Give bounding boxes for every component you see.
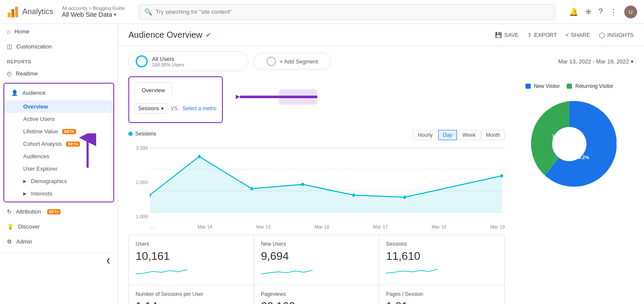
chart-y-labels: 3,000 2,000 1,000 [128,144,148,221]
sessions-legend: Sessions [128,131,156,137]
chart-x-labels: ... Mar 14 Mar 15 Mar 16 Mar 17 Mar 18 M… [150,223,505,229]
overview-tab-box: Overview Sessions ▾ VS. Select a metric [128,76,223,123]
select-metric-link[interactable]: Select a metric [182,105,216,111]
analytics-logo-icon [7,6,19,18]
sparkline-users [136,265,187,277]
sidebar-item-home[interactable]: ⌂ Home [0,24,118,39]
svg-point-15 [352,193,355,197]
new-visitor-legend-color [526,84,531,89]
sidebar-item-discover[interactable]: 💡 Discover [0,219,118,234]
metric-select-dropdown[interactable]: Sessions ▾ [134,103,167,114]
share-icon: < [565,32,569,38]
metric-cards: Users 10,161 New Users 9,694 [128,235,505,304]
search-bar[interactable]: 🔍 [139,4,555,20]
chart-container: 3,000 2,000 1,000 [128,144,505,229]
tab-overview[interactable]: Overview [134,82,172,98]
sidebar-item-admin[interactable]: ⚙ Admin [0,234,118,249]
toggle-hourly[interactable]: Hourly [413,130,437,140]
svg-point-17 [501,174,503,178]
header-actions: 💾 SAVE ⇧ EXPORT < SHARE ◯ INSIGHTS [495,32,634,38]
sidebar-item-customization[interactable]: ◫ Customization [0,39,118,54]
chart-column: Overview Sessions ▾ VS. Select a metric [128,76,505,304]
breadcrumb-dropdown-icon[interactable]: ▾ [114,12,116,18]
demographics-expand-icon: ▶ [23,179,27,184]
add-segment-circle [267,57,276,66]
overview-section: Overview Sessions ▾ VS. Select a metric [118,76,644,304]
sidebar-item-audience[interactable]: 👤 Audience [4,85,113,100]
svg-point-14 [301,183,304,186]
sidebar-item-overview[interactable]: Overview [4,100,113,113]
breadcrumb-bottom[interactable]: All Web Site Data ▾ [62,11,125,18]
view-toggles: Hourly Day Week Month [413,130,505,140]
right-panel: New Visitor Returning Visitor [505,76,634,198]
insights-icon: ◯ [599,32,605,38]
avatar[interactable]: U [624,6,637,18]
search-input[interactable] [156,9,550,15]
interests-expand-icon: ▶ [23,191,27,196]
sidebar-item-realtime[interactable]: ◴ Realtime [0,66,118,81]
sessions-legend-dot [128,132,133,136]
legend-returning-visitor: Returning Visitor [567,83,614,89]
sparkline-sessions [386,265,437,277]
cohort-annotation-area: Cohort Analysis BETA [4,138,113,150]
toggle-day[interactable]: Day [438,130,457,140]
sidebar-item-demographics[interactable]: ▶ Demographics [4,175,113,187]
sidebar-item-active-users[interactable]: Active Users [4,113,113,125]
svg-rect-2 [15,6,18,17]
svg-rect-0 [8,12,11,17]
topbar: Analytics All accounts > Blogging Guide … [0,0,644,24]
svg-text:89.2%: 89.2% [576,155,589,160]
beta-badge-lifetime: BETA [62,129,76,134]
metric-card-sessions-per-user: Number of Sessions per User 1.14 [129,285,254,304]
metric-dropdown-icon: ▾ [161,105,164,111]
svg-point-13 [250,187,253,190]
add-segment-button[interactable]: + Add Segment [254,53,331,70]
audience-icon: 👤 [11,90,18,96]
more-icon[interactable]: ⋮ [610,7,617,17]
breadcrumb-top: All accounts > Blogging Guide [62,6,125,11]
overview-tabs: Overview [134,82,217,97]
insights-button[interactable]: ◯ INSIGHTS [599,32,634,38]
notification-icon[interactable]: 🔔 [569,7,578,17]
verified-icon: ✔ [206,31,211,39]
chart-svg [150,144,505,221]
share-button[interactable]: < SHARE [565,32,590,38]
metric-card-new-users: New Users 9,694 [254,235,380,285]
save-button[interactable]: 💾 SAVE [495,32,519,38]
toggle-month[interactable]: Month [481,130,505,140]
returning-visitor-legend-color [567,84,572,89]
reports-section-label: REPORTS [0,54,118,66]
apps-icon[interactable]: ⁜ [585,7,592,17]
export-button[interactable]: ⇧ EXPORT [527,32,557,38]
page-title: Audience Overview [128,30,202,40]
legend-new-visitor: New Visitor [526,83,560,89]
export-icon: ⇧ [527,32,532,38]
sidebar: ⌂ Home ◫ Customization REPORTS ◴ Realtim… [0,24,118,304]
metric-card-sessions: Sessions 11,610 [379,235,504,285]
tab-controls: Sessions ▾ VS. Select a metric [134,101,217,117]
main-content: Audience Overview ✔ 💾 SAVE ⇧ EXPORT < SH… [118,24,644,304]
chart-area: 3,000 2,000 1,000 [128,144,505,221]
admin-icon: ⚙ [7,238,12,245]
segment-bar: All Users 100.00% Users + Add Segment Ma… [118,46,644,76]
date-range-picker[interactable]: Mar 13, 2022 - Mar 19, 2022 ▾ [558,58,634,65]
topbar-icons: 🔔 ⁜ ? ⋮ U [569,6,637,18]
breadcrumb-area: All accounts > Blogging Guide All Web Si… [62,6,125,18]
sidebar-item-attribution[interactable]: ↻ Attribution BETA [0,204,118,219]
app-name: Analytics [22,7,53,16]
save-icon: 💾 [495,32,502,38]
help-icon[interactable]: ? [598,7,603,16]
discover-icon: 💡 [7,223,14,230]
sidebar-item-interests[interactable]: ▶ Interests [4,187,113,200]
sidebar-collapse[interactable]: ❮ [0,253,118,268]
overview-main-area: Overview Sessions ▾ VS. Select a metric [128,76,634,304]
search-icon: 🔍 [144,8,152,16]
collapse-icon: ❮ [106,257,111,264]
home-icon: ⌂ [7,28,10,35]
pie-chart: 89.2% 10.8% [522,97,617,191]
toggle-week[interactable]: Week [458,130,480,140]
all-users-segment[interactable]: All Users 100.00% Users [128,51,249,71]
segment-circle [136,55,148,67]
beta-badge-attribution: BETA [47,209,61,214]
svg-text:10.8%: 10.8% [552,134,564,138]
